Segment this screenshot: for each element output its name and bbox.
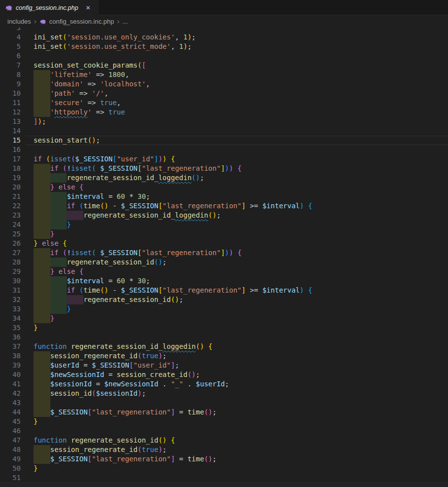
code-line-content[interactable]: session_regenerate_id(true); (34, 445, 448, 454)
line-number[interactable]: 28 (0, 258, 34, 267)
code-line[interactable]: 12 'httponly' => true (0, 108, 448, 117)
code-line-content[interactable]: ini_set('session.use_strict_mode', 1); (34, 42, 448, 51)
line-number[interactable]: 24 (0, 220, 34, 229)
line-number[interactable]: 48 (0, 445, 34, 454)
code-line[interactable]: 41 $sessionId = $newSessionId . "_" . $u… (0, 379, 448, 389)
tab-close-icon[interactable]: ✕ (83, 3, 93, 13)
breadcrumb-symbol[interactable]: ... (122, 18, 128, 25)
code-line-content[interactable]: } (34, 417, 448, 426)
line-number[interactable]: 33 (0, 304, 34, 314)
code-line-content[interactable]: regenerate_session_id(); (34, 295, 448, 304)
line-number[interactable]: 18 (0, 164, 34, 173)
code-line[interactable]: 31 if (time() - $_SESSION["last_regenera… (0, 286, 448, 295)
line-number[interactable]: 13 (0, 117, 34, 126)
code-line[interactable]: 20 } else { (0, 183, 448, 192)
code-line-content[interactable]: $newSessionId = session_create_id(); (34, 370, 448, 379)
code-line[interactable]: 32 regenerate_session_id(); (0, 295, 448, 304)
code-line[interactable]: 22 if (time() - $_SESSION["last_regenera… (0, 201, 448, 211)
code-line-content[interactable]: regenerate_session_id_loggedin(); (34, 173, 448, 183)
code-line[interactable]: 34 } (0, 314, 448, 323)
line-number[interactable]: 27 (0, 248, 34, 258)
code-line-content[interactable]: 'httponly' => true (34, 108, 448, 117)
line-number[interactable]: 10 (0, 89, 34, 98)
code-line-content[interactable]: } else { (34, 183, 448, 192)
code-line[interactable]: 18 if (!isset( $_SESSION["last_regenerat… (0, 164, 448, 173)
code-line[interactable]: 39 $userId = $_SESSION["user_id"]; (0, 361, 448, 370)
line-number[interactable]: 6 (0, 51, 34, 61)
code-line[interactable]: 13]); (0, 117, 448, 126)
line-number[interactable]: 40 (0, 370, 34, 379)
code-line[interactable]: 37function regenerate_session_id_loggedi… (0, 342, 448, 351)
code-line-content[interactable]: } else { (34, 239, 448, 248)
code-line-content[interactable] (34, 398, 448, 408)
line-number[interactable]: 37 (0, 342, 34, 351)
code-line[interactable]: 33 } (0, 304, 448, 314)
code-line-content[interactable]: regenerate_session_id_loggedin(); (34, 211, 448, 220)
code-line[interactable]: 9 'domain' => 'localhost', (0, 79, 448, 89)
line-number[interactable]: 19 (0, 173, 34, 183)
code-line-content[interactable]: } (34, 220, 448, 229)
code-line-content[interactable]: $_SESSION["last_regeneration"] = time(); (34, 408, 448, 417)
code-line-content[interactable] (34, 28, 448, 33)
code-line-content[interactable] (34, 426, 448, 436)
code-line-content[interactable]: if (!isset( $_SESSION["last_regeneration… (34, 164, 448, 173)
line-number[interactable]: 14 (0, 126, 34, 136)
line-number[interactable]: 32 (0, 295, 34, 304)
line-number[interactable]: 15 (0, 136, 34, 145)
code-line[interactable]: 6 (0, 51, 448, 61)
line-number[interactable]: 11 (0, 98, 34, 108)
line-number[interactable]: 43 (0, 398, 34, 408)
code-line-content[interactable]: 'secure' => true, (34, 98, 448, 108)
code-line-content[interactable] (34, 126, 448, 136)
line-number[interactable]: 31 (0, 286, 34, 295)
code-line[interactable]: 29 } else { (0, 267, 448, 276)
code-line-content[interactable]: } (34, 304, 448, 314)
line-number[interactable]: 46 (0, 426, 34, 436)
code-line[interactable]: 35} (0, 323, 448, 333)
line-number[interactable]: 41 (0, 379, 34, 389)
line-number[interactable]: 35 (0, 323, 34, 333)
line-number[interactable]: 4 (0, 33, 34, 42)
line-number[interactable]: 44 (0, 408, 34, 417)
code-line-content[interactable]: $interval = 60 * 30; (34, 192, 448, 201)
code-line[interactable]: 51 (0, 473, 448, 482)
code-line[interactable]: 45} (0, 417, 448, 426)
line-number[interactable]: 17 (0, 154, 34, 164)
line-number[interactable]: 3 (0, 28, 34, 33)
code-line[interactable]: 36 (0, 333, 448, 342)
code-line-content[interactable]: } else { (34, 267, 448, 276)
code-line[interactable]: 30 $interval = 60 * 30; (0, 276, 448, 286)
code-line-content[interactable] (34, 145, 448, 154)
code-line[interactable]: 38 session_regenerate_id(true); (0, 351, 448, 361)
code-line-content[interactable]: 'lifetime' => 1800, (34, 70, 448, 79)
code-line-content[interactable]: function regenerate_session_id_loggedin(… (34, 342, 448, 351)
code-line[interactable]: 3 (0, 28, 448, 33)
line-number[interactable]: 5 (0, 42, 34, 51)
line-number[interactable]: 45 (0, 417, 34, 426)
code-line[interactable]: 44 $_SESSION["last_regeneration"] = time… (0, 408, 448, 417)
code-line[interactable]: 15session_start(); (0, 136, 448, 145)
code-line[interactable]: 42 session_id($sessionId); (0, 389, 448, 398)
line-number[interactable]: 38 (0, 351, 34, 361)
code-line-content[interactable] (34, 333, 448, 342)
code-line[interactable]: 43 (0, 398, 448, 408)
code-line[interactable]: 24 } (0, 220, 448, 229)
line-number[interactable]: 7 (0, 61, 34, 70)
line-number[interactable]: 26 (0, 239, 34, 248)
code-line-content[interactable]: if (time() - $_SESSION["last_regeneratio… (34, 286, 448, 295)
line-number[interactable]: 39 (0, 361, 34, 370)
code-line-content[interactable] (34, 51, 448, 61)
code-line-content[interactable]: function regenerate_session_id() { (34, 436, 448, 445)
line-number[interactable]: 23 (0, 211, 34, 220)
code-line[interactable]: 11 'secure' => true, (0, 98, 448, 108)
code-line-content[interactable]: if (!isset( $_SESSION["last_regeneration… (34, 248, 448, 258)
code-line-content[interactable]: } (34, 464, 448, 473)
code-line-content[interactable]: } (34, 229, 448, 239)
line-number[interactable]: 21 (0, 192, 34, 201)
code-line-content[interactable]: 'path' => '/', (34, 89, 448, 98)
breadcrumb-folder[interactable]: includes (7, 18, 31, 25)
code-line-content[interactable]: $userId = $_SESSION["user_id"]; (34, 361, 448, 370)
code-line-content[interactable]: session_set_cookie_params([ (34, 61, 448, 70)
line-number[interactable]: 8 (0, 70, 34, 79)
code-line-content[interactable]: } (34, 323, 448, 333)
